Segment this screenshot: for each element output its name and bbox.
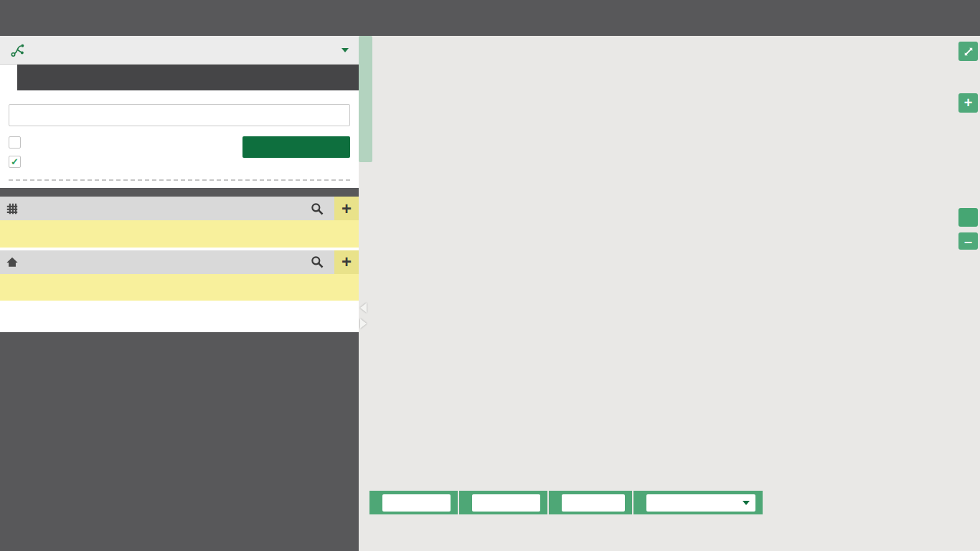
map-area[interactable]: + – [359,36,980,551]
x-section [459,491,547,514]
map-statusbar [369,491,763,514]
result-header-building[interactable]: + [0,250,359,274]
pagination [0,303,359,332]
zoom-to-result-icon[interactable] [306,202,329,216]
first200-checkbox[interactable]: ✓ [9,156,21,168]
chevron-down-icon [341,48,349,52]
parcel-grid-icon [6,202,19,215]
tab-geod-osnova[interactable] [69,65,86,90]
search-tabs [0,65,359,90]
scale-section [369,491,458,514]
divider [9,179,350,181]
zoom-out-button[interactable]: – [958,232,978,250]
zoom-to-result-icon[interactable] [306,255,329,269]
zoom-slider-handle[interactable] [958,208,978,227]
add-result-button[interactable]: + [334,250,359,274]
sidebar: ✓ + [0,36,359,551]
route-icon [10,42,27,59]
current-view-checkbox[interactable] [9,136,21,149]
scale-input[interactable] [382,494,451,512]
x-coordinate-input[interactable] [472,494,540,512]
tab-identifier[interactable] [34,65,52,90]
result-details [0,220,359,248]
collapse-left-icon [360,303,367,313]
y-coordinate-input[interactable] [562,494,625,512]
expand-right-icon [360,319,367,329]
chevron-down-icon [743,501,750,505]
main-toolbar [0,0,980,36]
map-canvas[interactable] [359,36,980,551]
tab-address[interactable] [17,65,34,90]
zoom-in-button[interactable]: + [958,93,978,113]
search-button[interactable] [242,136,350,158]
fullscreen-button[interactable] [958,42,978,61]
crs-select[interactable] [646,494,755,512]
sidebar-collapse-toggle[interactable] [359,298,368,333]
y-section [549,491,632,514]
result-header-parcel[interactable]: + [0,197,359,220]
tab-quick-search[interactable] [0,65,17,90]
building-home-icon [6,255,19,268]
add-result-button[interactable]: + [334,197,359,220]
search-panel: ✓ [0,90,359,188]
layer-select-dropdown[interactable] [0,36,359,65]
result-details [0,274,359,301]
crs-section [633,491,763,514]
tab-old-ident[interactable] [52,65,69,90]
keywords-input[interactable] [9,104,350,126]
